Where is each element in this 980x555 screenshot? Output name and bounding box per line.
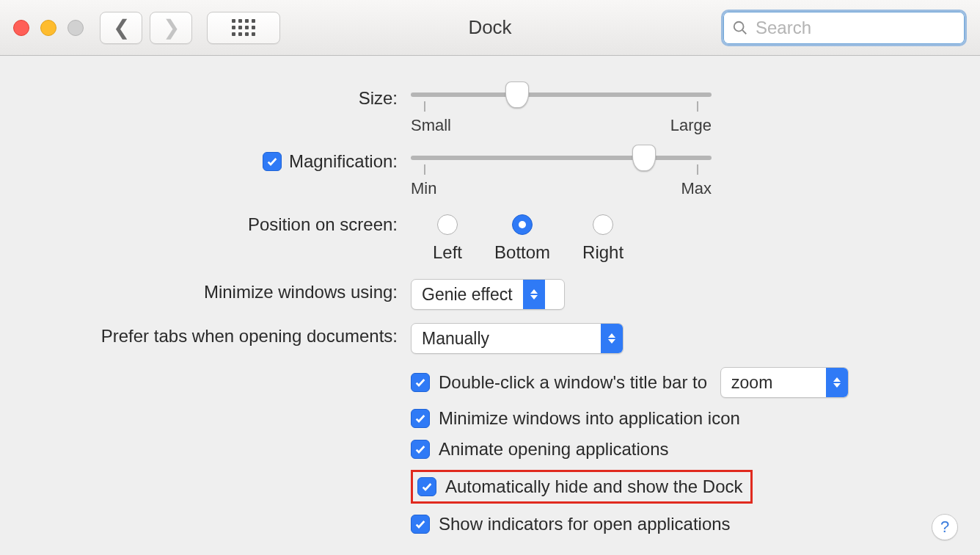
magnification-min-label: Min	[411, 179, 436, 198]
size-label: Size:	[29, 85, 411, 109]
nav-buttons: ❮ ❯	[100, 12, 280, 44]
doubleclick-value: zoom	[721, 373, 826, 393]
minimize-using-select[interactable]: Genie effect	[411, 279, 565, 310]
size-slider[interactable]: Small Large	[411, 85, 712, 129]
magnification-checkbox[interactable]	[263, 152, 282, 171]
prefer-tabs-select[interactable]: Manually	[411, 323, 624, 354]
position-left-label: Left	[433, 242, 462, 263]
position-bottom-label: Bottom	[494, 242, 550, 263]
auto-hide-checkbox[interactable]	[417, 477, 436, 496]
window-controls	[13, 20, 84, 36]
doubleclick-row: Double-click a window's title bar to zoo…	[411, 367, 951, 398]
position-radio-group: Left Bottom Right	[433, 214, 951, 263]
search-input[interactable]	[754, 17, 976, 39]
position-right-label: Right	[582, 242, 624, 263]
position-label: Position on screen:	[29, 211, 411, 235]
minimize-using-label: Minimize windows using:	[29, 279, 411, 302]
prefer-tabs-label: Prefer tabs when opening documents:	[29, 323, 411, 347]
prefer-tabs-value: Manually	[412, 329, 601, 349]
position-left-radio[interactable]	[437, 214, 458, 235]
auto-hide-row: Automatically hide and show the Dock	[411, 470, 753, 504]
size-row: Size: Small Large	[29, 85, 951, 129]
search-field[interactable]	[721, 10, 967, 46]
chevron-left-icon: ❮	[113, 18, 130, 38]
prefer-tabs-row: Prefer tabs when opening documents: Manu…	[29, 323, 951, 354]
minimize-using-row: Minimize windows using: Genie effect	[29, 279, 951, 310]
show-indicators-row: Show indicators for open applications	[411, 514, 951, 534]
updown-icon	[601, 324, 623, 353]
forward-button[interactable]: ❯	[150, 12, 192, 44]
minimize-into-app-text: Minimize windows into application icon	[439, 408, 740, 429]
auto-hide-text: Automatically hide and show the Dock	[445, 476, 743, 497]
show-indicators-checkbox[interactable]	[411, 515, 430, 534]
minimize-using-value: Genie effect	[412, 285, 523, 305]
updown-icon	[523, 280, 545, 309]
help-button[interactable]: ?	[932, 514, 958, 540]
titlebar: ❮ ❯ Dock	[0, 0, 980, 56]
size-max-label: Large	[670, 116, 712, 135]
search-icon	[732, 20, 748, 36]
back-button[interactable]: ❮	[100, 12, 142, 44]
doubleclick-select[interactable]: zoom	[720, 367, 849, 398]
animate-opening-row: Animate opening applications	[411, 439, 951, 460]
animate-opening-text: Animate opening applications	[439, 439, 669, 460]
preferences-content: Size: Small Large Magnification:	[0, 56, 980, 555]
checkbox-section: Double-click a window's title bar to zoo…	[29, 367, 951, 545]
magnification-max-label: Max	[681, 179, 712, 198]
grid-icon	[232, 19, 255, 36]
animate-opening-checkbox[interactable]	[411, 440, 430, 459]
size-min-label: Small	[411, 116, 451, 135]
help-icon: ?	[940, 518, 949, 537]
svg-line-1	[742, 30, 746, 34]
updown-icon	[826, 368, 848, 397]
magnification-row: Magnification: Min Max	[29, 148, 951, 192]
minimize-into-app-checkbox[interactable]	[411, 409, 430, 428]
zoom-window-button[interactable]	[67, 20, 84, 36]
position-bottom-radio[interactable]	[512, 214, 533, 235]
doubleclick-checkbox[interactable]	[411, 373, 430, 392]
show-indicators-text: Show indicators for open applications	[439, 514, 731, 534]
doubleclick-text: Double-click a window's title bar to	[439, 372, 707, 393]
magnification-label: Magnification:	[289, 151, 398, 172]
minimize-window-button[interactable]	[40, 20, 56, 36]
position-row: Position on screen: Left Bottom Right	[29, 211, 951, 263]
magnification-slider[interactable]: Min Max	[411, 148, 712, 192]
chevron-right-icon: ❯	[163, 18, 180, 38]
position-right-radio[interactable]	[593, 214, 613, 235]
close-window-button[interactable]	[13, 20, 29, 36]
minimize-into-app-row: Minimize windows into application icon	[411, 408, 951, 429]
show-all-button[interactable]	[207, 12, 280, 44]
svg-point-0	[734, 21, 744, 31]
